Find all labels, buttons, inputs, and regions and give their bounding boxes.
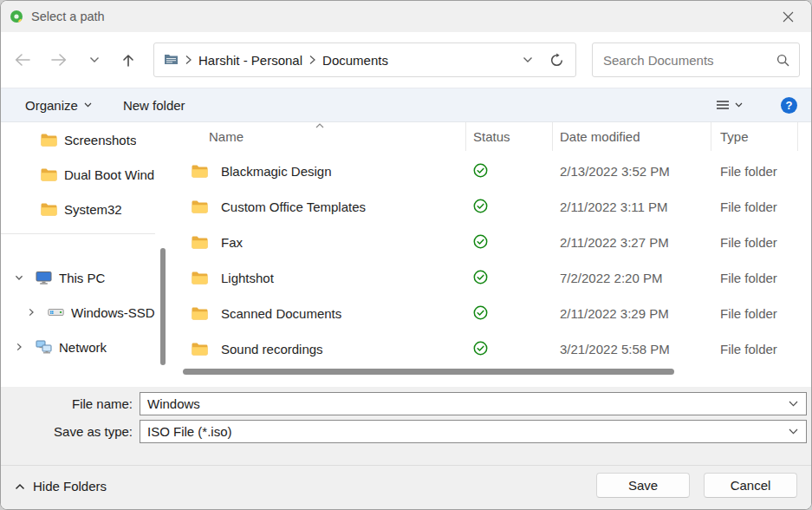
file-date-modified: 2/11/2022 3:29 PM	[553, 296, 711, 331]
file-name-input[interactable]	[140, 393, 789, 415]
recent-locations-chevron-icon[interactable]	[84, 45, 105, 75]
file-name-text: Scanned Documents	[221, 306, 341, 321]
address-bar[interactable]: Harshit - Personal Documents	[153, 42, 576, 77]
save-as-type-select[interactable]: ISO File (*.iso)	[140, 420, 807, 443]
file-name-text: Fax	[221, 235, 243, 250]
sidebar-divider	[1, 233, 155, 234]
sidebar-item-label: System32	[64, 202, 122, 217]
cancel-button[interactable]: Cancel	[704, 473, 797, 498]
search-box	[592, 42, 800, 77]
file-date-modified: 2/11/2022 3:11 PM	[553, 189, 711, 225]
hard-drive-icon	[48, 306, 64, 318]
command-toolbar: Organize New folder ?	[1, 88, 811, 122]
chevron-down-icon	[735, 102, 743, 108]
file-row[interactable]: Blackmagic Design 2/13/2022 3:52 PM File…	[174, 154, 798, 189]
location-folder-icon	[164, 53, 179, 68]
sidebar-item-windows-ssd[interactable]: Windows-SSD	[1, 295, 159, 330]
chevron-down-icon	[84, 102, 92, 108]
folder-icon	[41, 203, 57, 216]
sidebar-item-label: Network	[59, 340, 107, 355]
file-name-text: Blackmagic Design	[221, 164, 332, 179]
computer-icon	[36, 271, 52, 284]
file-name-text: Lightshot	[221, 271, 274, 285]
close-icon[interactable]	[779, 8, 797, 26]
folder-icon	[41, 168, 57, 181]
breadcrumb-separator-icon	[309, 55, 316, 65]
folder-icon	[192, 271, 208, 284]
column-header-label: Type	[720, 129, 749, 144]
refresh-icon[interactable]	[541, 47, 572, 73]
horizontal-scrollbar-thumb[interactable]	[183, 369, 674, 375]
save-as-type-label: Save as type:	[1, 420, 133, 443]
breadcrumb-harshit-personal[interactable]: Harshit - Personal	[198, 53, 302, 68]
sidebar-item-this-pc[interactable]: This PC	[1, 260, 159, 295]
save-button[interactable]: Save	[596, 473, 690, 498]
sidebar-item-system32[interactable]: System32	[1, 192, 159, 226]
help-button[interactable]: ?	[781, 97, 797, 114]
file-type: File folder	[711, 296, 798, 331]
navigation-bar: Harshit - Personal Documents	[1, 32, 811, 88]
tree-expand-chevron-icon[interactable]	[15, 343, 23, 351]
window-title: Select a path	[31, 10, 105, 23]
titlebar: Select a path	[1, 1, 811, 32]
column-header-type[interactable]: Type	[711, 122, 798, 151]
sidebar-item-label: Screenshots	[64, 133, 136, 147]
sidebar-scrollbar	[159, 122, 166, 387]
folder-icon	[192, 236, 208, 249]
sidebar-item-label: Dual Boot Wind	[64, 167, 154, 182]
save-file-dialog: Select a path Harshit - Personal	[0, 0, 812, 510]
file-row[interactable]: Sound recordings 3/21/2022 5:58 PM File …	[174, 331, 798, 367]
column-header-status[interactable]: Status	[466, 122, 553, 151]
content-area: Screenshots Dual Boot Wind System32 This…	[1, 122, 811, 387]
column-header-label: Name	[209, 129, 244, 144]
sort-ascending-icon	[315, 123, 324, 128]
sidebar-item-dual-boot-wind[interactable]: Dual Boot Wind	[1, 157, 159, 192]
column-header-name[interactable]: Name	[174, 122, 466, 151]
sidebar-item-label: This PC	[59, 271, 105, 285]
file-row[interactable]: Fax 2/11/2022 3:27 PM File folder	[174, 225, 798, 260]
change-view-button[interactable]	[716, 99, 743, 111]
status-synced-icon	[473, 163, 488, 180]
sidebar-item-screenshots[interactable]: Screenshots	[1, 122, 159, 157]
new-folder-button[interactable]: New folder	[123, 98, 185, 113]
file-type: File folder	[711, 154, 798, 189]
list-view-icon	[716, 99, 730, 111]
chevron-up-icon	[15, 483, 25, 490]
hide-folders-label: Hide Folders	[33, 479, 107, 494]
hide-folders-button[interactable]: Hide Folders	[15, 479, 107, 494]
horizontal-scrollbar	[174, 369, 798, 376]
forward-icon[interactable]	[44, 45, 74, 75]
column-header-date-modified[interactable]: Date modified	[553, 122, 711, 151]
search-input[interactable]	[593, 43, 799, 76]
sidebar-item-label: Windows-SSD	[71, 305, 155, 320]
column-header-label: Status	[473, 129, 510, 144]
chevron-down-icon[interactable]	[789, 401, 798, 407]
file-type: File folder	[711, 189, 798, 225]
tree-expand-chevron-icon[interactable]	[15, 273, 23, 282]
network-icon	[36, 340, 52, 354]
file-type: File folder	[711, 225, 798, 260]
sidebar-item-network[interactable]: Network	[1, 330, 159, 364]
file-row[interactable]: Scanned Documents 2/11/2022 3:29 PM File…	[174, 296, 798, 331]
file-name-label: File name:	[1, 392, 133, 415]
up-icon[interactable]	[114, 45, 143, 75]
file-date-modified: 2/13/2022 3:52 PM	[553, 154, 711, 189]
folder-icon	[192, 200, 208, 213]
status-synced-icon	[473, 234, 488, 252]
sidebar-scrollbar-thumb[interactable]	[160, 248, 166, 365]
organize-button[interactable]: Organize	[25, 98, 92, 113]
status-synced-icon	[473, 270, 488, 287]
file-date-modified: 2/11/2022 3:27 PM	[553, 225, 711, 260]
file-name-text: Custom Office Templates	[221, 199, 366, 214]
back-icon[interactable]	[8, 45, 37, 75]
file-list: Name Status Date modified Type Blackmagi…	[174, 122, 798, 387]
file-row[interactable]: Lightshot 7/2/2022 2:20 PM File folder	[174, 260, 798, 296]
file-type: File folder	[711, 331, 798, 367]
file-name-text: Sound recordings	[221, 342, 323, 356]
status-synced-icon	[473, 305, 488, 323]
file-row[interactable]: Custom Office Templates 2/11/2022 3:11 P…	[174, 189, 798, 225]
folder-icon	[41, 134, 57, 147]
address-dropdown-chevron-icon[interactable]	[515, 47, 541, 73]
breadcrumb-documents[interactable]: Documents	[322, 53, 388, 68]
tree-expand-chevron-icon[interactable]	[27, 308, 36, 317]
